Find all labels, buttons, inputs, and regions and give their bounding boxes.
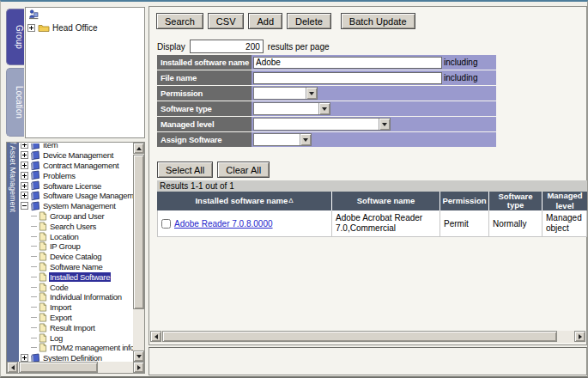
add-button[interactable]: Add bbox=[248, 13, 282, 29]
scroll-up-button[interactable] bbox=[133, 143, 144, 154]
tree-connector bbox=[31, 347, 37, 348]
results-table: Installed software nameΔ Software name P… bbox=[157, 192, 587, 237]
tree-item-device-catalog[interactable]: Device Catalog bbox=[19, 252, 133, 262]
results-count-bar: Results 1-1 out of 1 bbox=[157, 180, 587, 192]
tree-item-log[interactable]: Log bbox=[19, 332, 133, 343]
tree-horizontal-scrollbar[interactable] bbox=[7, 362, 144, 373]
tree-item-head-office[interactable]: Head Office bbox=[27, 22, 98, 34]
page-icon bbox=[39, 343, 47, 352]
managed-level-select[interactable] bbox=[253, 118, 391, 131]
installed-software-name-input[interactable] bbox=[253, 57, 442, 69]
expand-icon[interactable] bbox=[21, 172, 28, 180]
tree-item-installed-software[interactable]: Installed Software bbox=[19, 271, 133, 282]
tree-item-ip-group[interactable]: IP Group bbox=[19, 241, 133, 252]
sort-ascending-icon: Δ bbox=[288, 197, 293, 205]
expand-icon[interactable] bbox=[21, 151, 28, 159]
tree-item-import[interactable]: Import bbox=[19, 302, 133, 313]
right-arrow-icon bbox=[579, 334, 582, 339]
cell-software-type: Normally bbox=[489, 210, 543, 237]
header-installed-software-name[interactable]: Installed software nameΔ bbox=[157, 192, 332, 210]
vertical-title-strip: of Asset Management bbox=[7, 143, 19, 373]
tree-connector bbox=[31, 256, 37, 257]
header-managed-level[interactable]: Managed level bbox=[543, 192, 587, 210]
tree-item-individual-information[interactable]: Individual Information bbox=[19, 292, 133, 302]
book-icon bbox=[30, 161, 40, 171]
book-icon bbox=[30, 180, 40, 191]
including-label: including bbox=[444, 73, 477, 82]
display-label: Display bbox=[157, 42, 185, 52]
page-icon bbox=[39, 283, 47, 292]
dropdown-arrow-icon[interactable] bbox=[300, 134, 311, 145]
clear-all-button[interactable]: Clear All bbox=[217, 162, 270, 178]
search-criteria-form: Installed software name including File n… bbox=[157, 55, 496, 148]
scroll-right-button[interactable] bbox=[133, 362, 144, 373]
tree-connector bbox=[31, 277, 37, 277]
tab-location[interactable]: Location bbox=[6, 68, 24, 137]
collapse-icon[interactable] bbox=[21, 202, 28, 210]
scrollbar-thumb[interactable] bbox=[162, 331, 557, 342]
field-label: Software type bbox=[157, 101, 252, 116]
tree-vertical-scrollbar[interactable] bbox=[133, 143, 144, 362]
csv-button[interactable]: CSV bbox=[208, 13, 245, 29]
scroll-left-button[interactable] bbox=[7, 362, 18, 373]
tree-item-result-import[interactable]: Result Import bbox=[19, 322, 133, 332]
batch-update-button[interactable]: Batch Update bbox=[341, 13, 415, 29]
software-type-select[interactable] bbox=[253, 102, 330, 115]
main-horizontal-scrollbar[interactable] bbox=[150, 331, 585, 343]
search-button[interactable]: Search bbox=[156, 13, 203, 29]
installed-software-link[interactable]: Adobe Reader 7.0.8.0000 bbox=[174, 219, 273, 229]
scrollbar-thumb[interactable] bbox=[133, 155, 144, 309]
tree-item-software-usage-management[interactable]: Software Usage Management bbox=[19, 191, 133, 201]
file-name-input[interactable] bbox=[253, 72, 442, 84]
selection-buttons: Select All Clear All bbox=[157, 162, 274, 178]
header-software-name[interactable]: Software name bbox=[332, 192, 440, 210]
tree-item-code[interactable]: Code bbox=[19, 282, 133, 292]
tree-item-contract-management[interactable]: Contract Management bbox=[19, 161, 133, 171]
tree-connector bbox=[31, 236, 37, 237]
scroll-down-button[interactable] bbox=[133, 351, 144, 362]
tree-item-item[interactable]: Item bbox=[19, 143, 133, 150]
tree-item-group-and-user[interactable]: Group and User bbox=[19, 211, 133, 222]
results-per-page-input[interactable] bbox=[190, 40, 264, 53]
dropdown-arrow-icon[interactable] bbox=[379, 119, 390, 130]
permission-select[interactable] bbox=[253, 87, 318, 100]
tree-item-export[interactable]: Export bbox=[19, 313, 133, 323]
form-row: Assign Software bbox=[157, 132, 496, 147]
group-tree-panel: Group Location Head Office bbox=[6, 7, 145, 138]
tree-item-itdm2-management-information[interactable]: ITDM2 management inform bbox=[19, 343, 133, 353]
folder-icon bbox=[38, 23, 50, 33]
header-software-type[interactable]: Software type bbox=[489, 192, 543, 210]
tree-tab-strip: Group Location bbox=[6, 9, 25, 138]
form-row: File name including bbox=[157, 70, 496, 85]
expand-icon[interactable] bbox=[21, 162, 28, 169]
scrollbar-thumb[interactable] bbox=[19, 362, 98, 373]
tree-item-software-license[interactable]: Software License bbox=[19, 180, 133, 191]
scroll-left-button[interactable] bbox=[150, 331, 161, 342]
assign-software-select[interactable] bbox=[253, 133, 312, 146]
expand-icon[interactable] bbox=[21, 182, 28, 190]
book-icon bbox=[30, 170, 40, 180]
tab-group[interactable]: Group bbox=[6, 9, 24, 65]
header-permission[interactable]: Permission bbox=[440, 192, 489, 210]
expand-icon[interactable] bbox=[21, 192, 28, 199]
page-icon bbox=[39, 252, 47, 261]
tree-connector bbox=[31, 338, 37, 338]
dropdown-arrow-icon[interactable] bbox=[318, 103, 330, 114]
tree-item-software-name[interactable]: Software Name bbox=[19, 262, 133, 272]
expand-icon[interactable] bbox=[21, 354, 28, 362]
tree-item-search-users[interactable]: Search Users bbox=[19, 221, 133, 231]
expand-icon[interactable] bbox=[27, 24, 35, 32]
tree-item-device-management[interactable]: Device Management bbox=[19, 150, 133, 161]
dropdown-arrow-icon[interactable] bbox=[306, 88, 317, 99]
cell-software-name: Adobe Acrobat Reader 7.0,Commercial bbox=[332, 210, 440, 237]
tree-item-system-management[interactable]: System Management bbox=[19, 201, 133, 211]
select-all-button[interactable]: Select All bbox=[157, 162, 213, 178]
row-checkbox[interactable] bbox=[161, 219, 171, 229]
expand-icon[interactable] bbox=[21, 143, 28, 149]
delete-button[interactable]: Delete bbox=[287, 13, 331, 29]
tree-item-problems[interactable]: Problems bbox=[19, 170, 133, 180]
tree-item-location[interactable]: Location bbox=[19, 231, 133, 241]
tree-item-system-definition[interactable]: System Definition bbox=[19, 353, 133, 362]
scroll-right-button[interactable] bbox=[574, 331, 585, 342]
page-icon bbox=[39, 262, 47, 271]
